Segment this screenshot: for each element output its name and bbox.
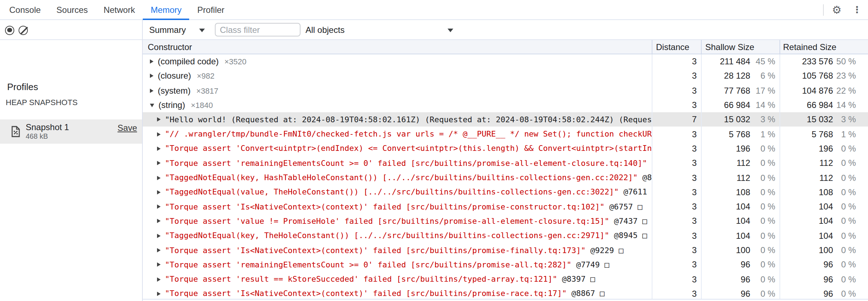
settings-gear-icon[interactable]: ⚙	[832, 4, 842, 15]
distance-cell: 3	[652, 156, 702, 171]
triangle-collapsed-icon[interactable]	[157, 248, 161, 252]
string-instance-row[interactable]: "Torque assert 'value != PromiseHole' fa…	[143, 214, 868, 229]
triangle-collapsed-icon[interactable]	[150, 59, 153, 64]
tab-list: ConsoleSourcesNetworkMemoryProfiler	[1, 0, 232, 19]
tab-memory[interactable]: Memory	[143, 0, 190, 19]
distance-cell: 3	[652, 287, 702, 300]
retained-size-percent: 0 %	[833, 202, 868, 212]
string-instance-row[interactable]: "TaggedNotEqual(value, TheHoleConstant()…	[143, 185, 868, 199]
constructor-group-row[interactable]: (compiled code)×35203211 48445 %233 5765…	[143, 54, 868, 69]
triangle-collapsed-icon[interactable]	[157, 190, 161, 194]
retained-size-percent: 0 %	[833, 274, 868, 284]
string-instance-row[interactable]: "Torque assert 'Is<NativeContext>(contex…	[143, 243, 868, 258]
column-header-constructor[interactable]: Constructor	[143, 40, 652, 54]
string-instance-row[interactable]: "Hello world! (Requested at: 2024-08-19T…	[143, 112, 868, 127]
retained-size-percent: 0 %	[833, 245, 868, 255]
tab-network[interactable]: Network	[96, 0, 143, 19]
shallow-size-value: 108	[702, 187, 750, 197]
instance-count: ×1840	[191, 101, 213, 109]
distance-value: 3	[692, 71, 697, 81]
devtools-tab-bar: ConsoleSourcesNetworkMemoryProfiler ⚙ ⋮	[0, 0, 868, 20]
perspective-select[interactable]: Summary	[149, 25, 186, 35]
string-instance-row[interactable]: "Torque assert 'Convert<uintptr>(endInde…	[143, 142, 868, 156]
object-id: @9229 □	[586, 246, 624, 255]
constructor-cell: "Torque assert 'value != PromiseHole' fa…	[143, 214, 652, 229]
more-options-icon[interactable]: ⋮	[852, 5, 862, 14]
constructor-group-row[interactable]: (closure)×982328 1286 %105 76823 %	[143, 69, 868, 84]
triangle-collapsed-icon[interactable]	[157, 263, 161, 267]
constructor-cell: "Torque assert 'remainingElementsCount >…	[143, 257, 652, 272]
clear-profiles-icon[interactable]	[19, 25, 28, 35]
string-instance-row[interactable]: "// .wrangler/tmp/bundle-FmNIt0/checked-…	[143, 127, 868, 142]
shallow-size-percent: 0 %	[750, 158, 779, 168]
string-instance-row[interactable]: "Torque assert 'Is<NativeContext>(contex…	[143, 287, 868, 300]
chevron-down-icon[interactable]	[199, 29, 205, 32]
triangle-collapsed-icon[interactable]	[157, 292, 161, 296]
constructor-group-row[interactable]: (system)×3817377 76817 %104 87622 %	[143, 83, 868, 98]
retained-size-value: 66 984	[780, 100, 833, 110]
string-instance-row[interactable]: "Torque assert 'remainingElementsCount >…	[143, 257, 868, 272]
column-header-distance[interactable]: Distance	[652, 40, 702, 54]
shallow-size-cell: 960 %	[702, 287, 780, 300]
retained-size-percent: 14 %	[833, 100, 868, 110]
retained-size-value: 104	[780, 231, 833, 241]
string-instance-row[interactable]: "TaggedNotEqual(key, TheHoleConstant()) …	[143, 228, 868, 243]
shallow-size-percent: 14 %	[750, 100, 779, 110]
retained-size-value: 112	[780, 158, 833, 168]
shallow-size-value: 96	[702, 274, 750, 284]
shallow-size-cell: 1960 %	[702, 142, 780, 156]
string-instance-row[interactable]: "Torque assert 'Is<NativeContext>(contex…	[143, 199, 868, 214]
triangle-collapsed-icon[interactable]	[157, 161, 161, 165]
string-instance-row[interactable]: "Torque assert 'remainingElementsCount >…	[143, 156, 868, 171]
objects-scope-select[interactable]: All objects	[306, 25, 344, 35]
retained-size-cell: 105 76823 %	[780, 69, 868, 84]
class-filter-input[interactable]	[215, 23, 301, 36]
retained-size-value: 196	[780, 144, 833, 154]
save-link[interactable]: Save	[117, 123, 137, 133]
shallow-size-cell: 211 48445 %	[702, 54, 780, 69]
sidebar-item-snapshot-1[interactable]: Snapshot 1 468 kB Save	[0, 119, 142, 144]
string-instance-row[interactable]: "TaggedNotEqual(key, HashTableHoleConsta…	[143, 171, 868, 185]
string-instance-row[interactable]: "Torque assert 'result == kStoreSucceded…	[143, 272, 868, 287]
profiles-sidebar: Profiles HEAP SNAPSHOTS Snapshot 1 468 k…	[0, 40, 142, 301]
triangle-collapsed-icon[interactable]	[157, 132, 161, 136]
constructor-group-row[interactable]: (string)×1840366 98414 %66 98414 %	[143, 98, 868, 113]
distance-value: 3	[692, 173, 697, 183]
retained-size-cell: 1960 %	[780, 142, 868, 156]
triangle-expanded-icon[interactable]	[150, 103, 154, 107]
record-heap-snapshot-icon[interactable]	[5, 25, 14, 35]
memory-toolbar: Summary All objects	[0, 20, 868, 40]
shallow-size-percent: 1 %	[750, 129, 779, 139]
triangle-collapsed-icon[interactable]	[157, 219, 161, 223]
triangle-collapsed-icon[interactable]	[157, 147, 161, 151]
column-header-shallow-size[interactable]: Shallow Size	[702, 40, 780, 54]
triangle-collapsed-icon[interactable]	[150, 88, 153, 93]
constructor-name: (compiled code)	[158, 56, 219, 66]
distance-cell: 3	[652, 98, 702, 113]
triangle-collapsed-icon[interactable]	[157, 118, 161, 122]
shallow-size-value: 112	[702, 173, 750, 183]
triangle-collapsed-icon[interactable]	[157, 277, 161, 281]
tab-sources[interactable]: Sources	[49, 0, 96, 19]
shallow-size-value: 28 128	[702, 71, 750, 81]
shallow-size-percent: 0 %	[750, 231, 779, 241]
shallow-size-percent: 0 %	[750, 216, 779, 226]
heap-snapshot-grid: Constructor Distance Shallow Size Retain…	[143, 40, 868, 300]
chevron-down-icon[interactable]	[448, 29, 453, 32]
column-header-retained-size[interactable]: Retained Size	[780, 40, 868, 54]
shallow-size-value: 104	[702, 216, 750, 226]
tab-profiler[interactable]: Profiler	[190, 0, 232, 19]
tab-console[interactable]: Console	[1, 0, 49, 19]
distance-value: 3	[692, 187, 697, 197]
triangle-collapsed-icon[interactable]	[157, 204, 161, 209]
triangle-collapsed-icon[interactable]	[157, 233, 161, 238]
constructor-cell: "// .wrangler/tmp/bundle-FmNIt0/checked-…	[143, 127, 652, 142]
triangle-collapsed-icon[interactable]	[157, 176, 161, 180]
heap-snapshots-section-label: HEAP SNAPSHOTS	[6, 98, 77, 107]
shallow-size-percent: 45 %	[750, 56, 779, 66]
triangle-collapsed-icon[interactable]	[150, 74, 153, 78]
constructor-cell: (compiled code)×3520	[143, 54, 652, 69]
string-value: "Torque assert 'Is<NativeContext>(contex…	[165, 289, 567, 298]
instance-count: ×982	[197, 72, 215, 80]
distance-cell: 3	[652, 54, 702, 69]
